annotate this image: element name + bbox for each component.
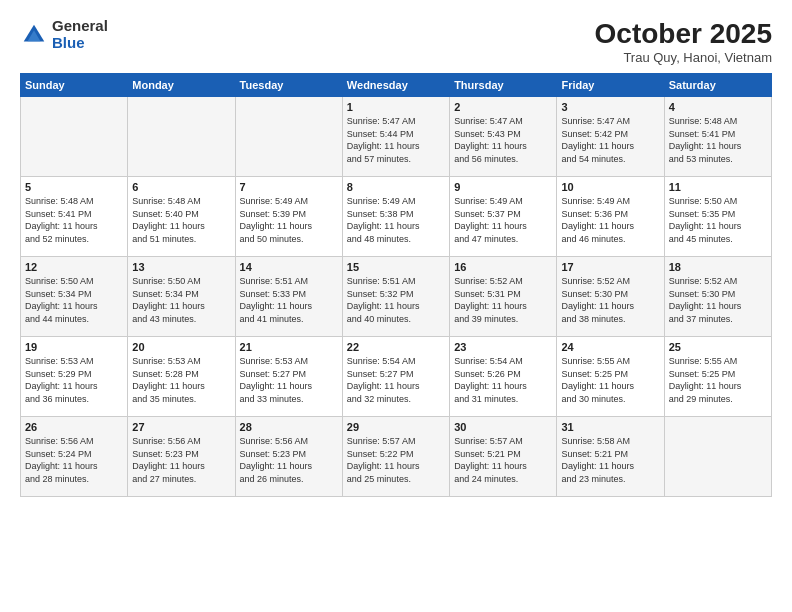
calendar-row-3: 19Sunrise: 5:53 AM Sunset: 5:29 PM Dayli… bbox=[21, 337, 772, 417]
calendar-cell: 21Sunrise: 5:53 AM Sunset: 5:27 PM Dayli… bbox=[235, 337, 342, 417]
day-number: 21 bbox=[240, 341, 338, 353]
calendar-cell: 28Sunrise: 5:56 AM Sunset: 5:23 PM Dayli… bbox=[235, 417, 342, 497]
header-monday: Monday bbox=[128, 74, 235, 97]
day-number: 6 bbox=[132, 181, 230, 193]
calendar-cell: 13Sunrise: 5:50 AM Sunset: 5:34 PM Dayli… bbox=[128, 257, 235, 337]
calendar-row-1: 5Sunrise: 5:48 AM Sunset: 5:41 PM Daylig… bbox=[21, 177, 772, 257]
day-number: 13 bbox=[132, 261, 230, 273]
logo-icon bbox=[20, 21, 48, 49]
calendar-cell: 22Sunrise: 5:54 AM Sunset: 5:27 PM Dayli… bbox=[342, 337, 449, 417]
day-info: Sunrise: 5:47 AM Sunset: 5:42 PM Dayligh… bbox=[561, 115, 659, 165]
day-number: 12 bbox=[25, 261, 123, 273]
header-wednesday: Wednesday bbox=[342, 74, 449, 97]
day-number: 24 bbox=[561, 341, 659, 353]
calendar-header: Sunday Monday Tuesday Wednesday Thursday… bbox=[21, 74, 772, 97]
calendar-cell: 4Sunrise: 5:48 AM Sunset: 5:41 PM Daylig… bbox=[664, 97, 771, 177]
day-info: Sunrise: 5:58 AM Sunset: 5:21 PM Dayligh… bbox=[561, 435, 659, 485]
day-info: Sunrise: 5:53 AM Sunset: 5:29 PM Dayligh… bbox=[25, 355, 123, 405]
calendar-row-0: 1Sunrise: 5:47 AM Sunset: 5:44 PM Daylig… bbox=[21, 97, 772, 177]
day-info: Sunrise: 5:54 AM Sunset: 5:26 PM Dayligh… bbox=[454, 355, 552, 405]
calendar-cell bbox=[21, 97, 128, 177]
day-number: 11 bbox=[669, 181, 767, 193]
calendar-cell: 3Sunrise: 5:47 AM Sunset: 5:42 PM Daylig… bbox=[557, 97, 664, 177]
calendar-cell bbox=[128, 97, 235, 177]
day-number: 2 bbox=[454, 101, 552, 113]
calendar-cell: 17Sunrise: 5:52 AM Sunset: 5:30 PM Dayli… bbox=[557, 257, 664, 337]
day-number: 26 bbox=[25, 421, 123, 433]
logo: General Blue bbox=[20, 18, 108, 51]
day-info: Sunrise: 5:51 AM Sunset: 5:32 PM Dayligh… bbox=[347, 275, 445, 325]
calendar-cell: 24Sunrise: 5:55 AM Sunset: 5:25 PM Dayli… bbox=[557, 337, 664, 417]
day-info: Sunrise: 5:48 AM Sunset: 5:41 PM Dayligh… bbox=[25, 195, 123, 245]
day-number: 28 bbox=[240, 421, 338, 433]
day-number: 10 bbox=[561, 181, 659, 193]
day-info: Sunrise: 5:48 AM Sunset: 5:40 PM Dayligh… bbox=[132, 195, 230, 245]
page-header: General Blue October 2025 Trau Quy, Hano… bbox=[20, 18, 772, 65]
day-info: Sunrise: 5:57 AM Sunset: 5:22 PM Dayligh… bbox=[347, 435, 445, 485]
day-info: Sunrise: 5:50 AM Sunset: 5:35 PM Dayligh… bbox=[669, 195, 767, 245]
day-number: 15 bbox=[347, 261, 445, 273]
day-info: Sunrise: 5:53 AM Sunset: 5:28 PM Dayligh… bbox=[132, 355, 230, 405]
calendar-body: 1Sunrise: 5:47 AM Sunset: 5:44 PM Daylig… bbox=[21, 97, 772, 497]
day-info: Sunrise: 5:47 AM Sunset: 5:44 PM Dayligh… bbox=[347, 115, 445, 165]
calendar-page: General Blue October 2025 Trau Quy, Hano… bbox=[0, 0, 792, 612]
calendar-row-4: 26Sunrise: 5:56 AM Sunset: 5:24 PM Dayli… bbox=[21, 417, 772, 497]
calendar-cell: 25Sunrise: 5:55 AM Sunset: 5:25 PM Dayli… bbox=[664, 337, 771, 417]
calendar-cell: 8Sunrise: 5:49 AM Sunset: 5:38 PM Daylig… bbox=[342, 177, 449, 257]
month-title: October 2025 bbox=[595, 18, 772, 50]
day-number: 1 bbox=[347, 101, 445, 113]
calendar-cell bbox=[664, 417, 771, 497]
header-saturday: Saturday bbox=[664, 74, 771, 97]
day-number: 31 bbox=[561, 421, 659, 433]
calendar-cell: 19Sunrise: 5:53 AM Sunset: 5:29 PM Dayli… bbox=[21, 337, 128, 417]
calendar-row-2: 12Sunrise: 5:50 AM Sunset: 5:34 PM Dayli… bbox=[21, 257, 772, 337]
day-number: 14 bbox=[240, 261, 338, 273]
header-tuesday: Tuesday bbox=[235, 74, 342, 97]
calendar-table: Sunday Monday Tuesday Wednesday Thursday… bbox=[20, 73, 772, 497]
day-info: Sunrise: 5:56 AM Sunset: 5:23 PM Dayligh… bbox=[132, 435, 230, 485]
logo-text: General Blue bbox=[52, 18, 108, 51]
day-number: 5 bbox=[25, 181, 123, 193]
day-info: Sunrise: 5:49 AM Sunset: 5:36 PM Dayligh… bbox=[561, 195, 659, 245]
day-info: Sunrise: 5:56 AM Sunset: 5:24 PM Dayligh… bbox=[25, 435, 123, 485]
day-number: 7 bbox=[240, 181, 338, 193]
title-block: October 2025 Trau Quy, Hanoi, Vietnam bbox=[595, 18, 772, 65]
day-number: 16 bbox=[454, 261, 552, 273]
calendar-cell: 23Sunrise: 5:54 AM Sunset: 5:26 PM Dayli… bbox=[450, 337, 557, 417]
day-number: 17 bbox=[561, 261, 659, 273]
header-row: Sunday Monday Tuesday Wednesday Thursday… bbox=[21, 74, 772, 97]
day-info: Sunrise: 5:55 AM Sunset: 5:25 PM Dayligh… bbox=[669, 355, 767, 405]
calendar-cell: 18Sunrise: 5:52 AM Sunset: 5:30 PM Dayli… bbox=[664, 257, 771, 337]
calendar-cell: 10Sunrise: 5:49 AM Sunset: 5:36 PM Dayli… bbox=[557, 177, 664, 257]
day-number: 4 bbox=[669, 101, 767, 113]
day-info: Sunrise: 5:50 AM Sunset: 5:34 PM Dayligh… bbox=[25, 275, 123, 325]
calendar-cell: 9Sunrise: 5:49 AM Sunset: 5:37 PM Daylig… bbox=[450, 177, 557, 257]
day-number: 27 bbox=[132, 421, 230, 433]
calendar-cell: 27Sunrise: 5:56 AM Sunset: 5:23 PM Dayli… bbox=[128, 417, 235, 497]
day-number: 30 bbox=[454, 421, 552, 433]
calendar-cell: 26Sunrise: 5:56 AM Sunset: 5:24 PM Dayli… bbox=[21, 417, 128, 497]
day-info: Sunrise: 5:49 AM Sunset: 5:38 PM Dayligh… bbox=[347, 195, 445, 245]
day-info: Sunrise: 5:49 AM Sunset: 5:37 PM Dayligh… bbox=[454, 195, 552, 245]
day-info: Sunrise: 5:55 AM Sunset: 5:25 PM Dayligh… bbox=[561, 355, 659, 405]
calendar-cell: 30Sunrise: 5:57 AM Sunset: 5:21 PM Dayli… bbox=[450, 417, 557, 497]
location: Trau Quy, Hanoi, Vietnam bbox=[595, 50, 772, 65]
day-number: 8 bbox=[347, 181, 445, 193]
day-info: Sunrise: 5:48 AM Sunset: 5:41 PM Dayligh… bbox=[669, 115, 767, 165]
day-info: Sunrise: 5:52 AM Sunset: 5:31 PM Dayligh… bbox=[454, 275, 552, 325]
day-info: Sunrise: 5:57 AM Sunset: 5:21 PM Dayligh… bbox=[454, 435, 552, 485]
day-number: 29 bbox=[347, 421, 445, 433]
calendar-cell: 15Sunrise: 5:51 AM Sunset: 5:32 PM Dayli… bbox=[342, 257, 449, 337]
calendar-cell: 29Sunrise: 5:57 AM Sunset: 5:22 PM Dayli… bbox=[342, 417, 449, 497]
calendar-cell: 6Sunrise: 5:48 AM Sunset: 5:40 PM Daylig… bbox=[128, 177, 235, 257]
day-info: Sunrise: 5:53 AM Sunset: 5:27 PM Dayligh… bbox=[240, 355, 338, 405]
logo-blue: Blue bbox=[52, 35, 108, 52]
calendar-cell: 2Sunrise: 5:47 AM Sunset: 5:43 PM Daylig… bbox=[450, 97, 557, 177]
day-info: Sunrise: 5:54 AM Sunset: 5:27 PM Dayligh… bbox=[347, 355, 445, 405]
day-number: 18 bbox=[669, 261, 767, 273]
calendar-cell: 1Sunrise: 5:47 AM Sunset: 5:44 PM Daylig… bbox=[342, 97, 449, 177]
day-number: 20 bbox=[132, 341, 230, 353]
calendar-cell: 16Sunrise: 5:52 AM Sunset: 5:31 PM Dayli… bbox=[450, 257, 557, 337]
day-info: Sunrise: 5:50 AM Sunset: 5:34 PM Dayligh… bbox=[132, 275, 230, 325]
day-info: Sunrise: 5:47 AM Sunset: 5:43 PM Dayligh… bbox=[454, 115, 552, 165]
